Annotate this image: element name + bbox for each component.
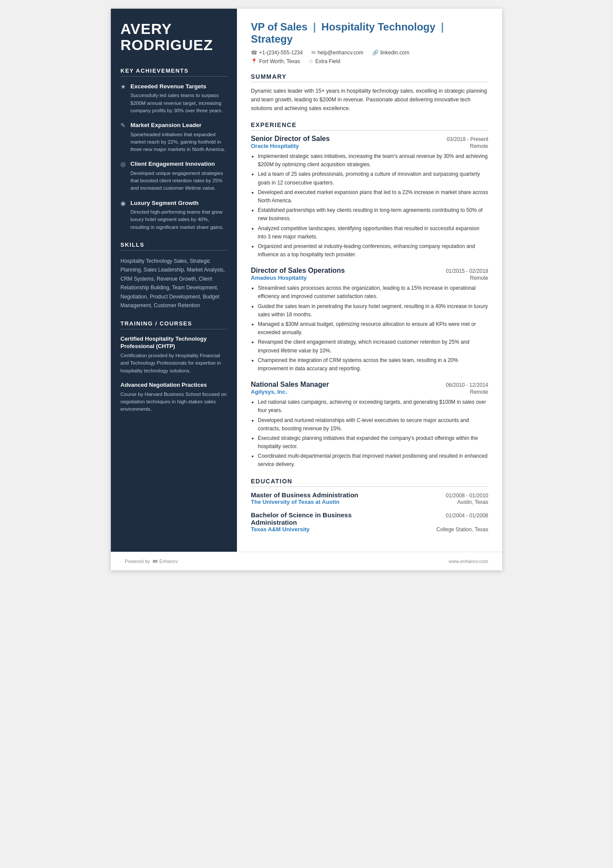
exp-1-dates: 03/2018 - Present <box>447 136 488 142</box>
edu-1-school-row: The University of Texas at Austin Austin… <box>251 499 488 505</box>
phone-contact: ☎ +1-(234)-555-1234 <box>251 50 303 56</box>
title-part3: Strategy <box>251 33 293 45</box>
footer: Powered by ∞ Enhancv www.enhancv.com <box>111 552 502 570</box>
achievement-3-header: ◎ Client Engagement Innovation <box>120 160 227 168</box>
link-icon: 🔗 <box>372 50 379 56</box>
contact-row-2: 📍 Fort Worth, Texas ☆ Extra Field <box>251 58 488 64</box>
achievement-3-title: Client Engagement Innovation <box>130 160 215 168</box>
exp-2-header: Director of Sales Operations 01/2015 - 0… <box>251 267 488 275</box>
location-text: Fort Worth, Texas <box>259 58 300 64</box>
exp-1-company-row: Oracle Hospitality Remote <box>251 143 488 149</box>
exp-3-location: Remote <box>470 389 488 395</box>
target-icon: ◉ <box>120 200 127 207</box>
title-part2: Hospitality Technology <box>321 21 435 33</box>
exp-2-dates: 01/2015 - 02/2018 <box>446 268 488 274</box>
achievement-1-header: ★ Exceeded Revenue Targets <box>120 83 227 90</box>
training-1-title: Certified Hospitality Technology Profess… <box>120 335 227 350</box>
achievement-1-title: Exceeded Revenue Targets <box>130 83 207 90</box>
edu-1-header: Master of Business Administration 01/200… <box>251 491 488 499</box>
achievement-2-desc: Spearheaded initiatives that expanded ma… <box>120 131 227 154</box>
extra-text: Extra Field <box>315 58 340 64</box>
edu-1-location: Austin, Texas <box>457 499 488 505</box>
education-2: Bachelor of Science in Business Administ… <box>251 511 488 533</box>
phone-icon: ☎ <box>251 50 257 56</box>
sidebar: AVERY RODRIGUEZ KEY ACHIEVEMENTS ★ Excee… <box>111 9 237 552</box>
experience-title: EXPERIENCE <box>251 121 488 131</box>
email-icon: ✉ <box>311 50 316 56</box>
enhancv-icon: ∞ <box>153 557 157 565</box>
bullet: Guided the sales team in penetrating the… <box>258 302 488 319</box>
enhancv-logo: ∞ Enhancv <box>153 557 178 565</box>
separator-2: | <box>441 21 444 33</box>
email-text: help@enhancv.com <box>317 50 363 56</box>
exp-3-company: Agilysys, Inc. <box>251 389 287 395</box>
achievement-2-title: Market Expansion Leader <box>130 121 202 129</box>
pencil-icon: ✎ <box>120 122 127 129</box>
phone-text: +1-(234)-555-1234 <box>259 50 303 56</box>
candidate-name: AVERY RODRIGUEZ <box>120 21 227 54</box>
training-2: Advanced Negotiation Practices Course by… <box>120 382 227 413</box>
training-section-title: TRAINING / COURSES <box>120 320 227 329</box>
skills-text: Hospitality Technology Sales, Strategic … <box>120 257 227 310</box>
exp-3-bullets: Led national sales campaigns, achieving … <box>251 398 488 469</box>
exp-2-company-row: Amadeus Hospitality Remote <box>251 275 488 281</box>
bullet: Streamlined sales processes across the o… <box>258 284 488 301</box>
exp-2-title: Director of Sales Operations <box>251 267 345 275</box>
bullet: Developed and nurtured relationships wit… <box>258 416 488 433</box>
separator-1: | <box>313 21 319 33</box>
exp-1-header: Senior Director of Sales 03/2018 - Prese… <box>251 135 488 143</box>
edu-2-dates: 01/2004 - 01/2008 <box>446 513 488 519</box>
main-header: VP of Sales | Hospitality Technology | S… <box>251 21 488 64</box>
edu-2-school: Texas A&M University <box>251 526 310 533</box>
edu-2-degree: Bachelor of Science in Business Administ… <box>251 511 393 526</box>
achievement-4-header: ◉ Luxury Segment Growth <box>120 199 227 207</box>
exp-3-title: National Sales Manager <box>251 381 329 389</box>
achievement-3: ◎ Client Engagement Innovation Developed… <box>120 160 227 192</box>
achievement-1-desc: Successfully led sales teams to surpass … <box>120 92 227 114</box>
exp-2-bullets: Streamlined sales processes across the o… <box>251 284 488 373</box>
bullet: Led a team of 25 sales professionals, pr… <box>258 170 488 187</box>
resume-wrapper: AVERY RODRIGUEZ KEY ACHIEVEMENTS ★ Excee… <box>111 9 502 570</box>
skills-section-title: SKILLS <box>120 241 227 251</box>
achievement-4-desc: Directed high-performing teams that grew… <box>120 208 227 231</box>
edu-1-school: The University of Texas at Austin <box>251 499 340 505</box>
website-url: www.enhancv.com <box>449 559 488 564</box>
bullet: Developed and executed market expansion … <box>258 188 488 205</box>
name-line2: RODRIGUEZ <box>120 37 213 53</box>
achievements-section-title: KEY ACHIEVEMENTS <box>120 67 227 77</box>
training-1-desc: Certification provided by Hospitality Fi… <box>120 352 227 375</box>
experience-3: National Sales Manager 06/2010 - 12/2014… <box>251 381 488 469</box>
linkedin-text: linkedin.com <box>380 50 410 56</box>
training-2-title: Advanced Negotiation Practices <box>120 382 227 389</box>
edu-2-school-row: Texas A&M University College Station, Te… <box>251 526 488 533</box>
bullet: Revamped the client engagement strategy,… <box>258 338 488 355</box>
linkedin-contact: 🔗 linkedin.com <box>372 50 410 56</box>
bullet: Led national sales campaigns, achieving … <box>258 398 488 415</box>
exp-1-location: Remote <box>470 143 488 149</box>
job-title: VP of Sales | Hospitality Technology | S… <box>251 21 488 45</box>
summary-title: SUMMARY <box>251 73 488 82</box>
brand-name: Enhancv <box>160 559 178 564</box>
bullet: Implemented strategic sales initiatives,… <box>258 152 488 169</box>
star-icon: ★ <box>120 83 127 90</box>
summary-text: Dynamic sales leader with 15+ years in h… <box>251 87 488 113</box>
bullet: Managed a $30M annual budget, optimizing… <box>258 320 488 337</box>
exp-1-title: Senior Director of Sales <box>251 135 330 143</box>
edu-1-dates: 01/2008 - 01/2010 <box>446 493 488 499</box>
experience-2: Director of Sales Operations 01/2015 - 0… <box>251 267 488 373</box>
bullet: Established partnerships with key client… <box>258 206 488 223</box>
title-part1: VP of Sales <box>251 21 307 33</box>
name-line1: AVERY <box>120 20 172 37</box>
bullet: Coordinated multi-departmental projects … <box>258 452 488 469</box>
education-1: Master of Business Administration 01/200… <box>251 491 488 505</box>
circle-icon: ◎ <box>120 161 127 168</box>
bullet: Championed the integration of CRM system… <box>258 356 488 373</box>
edu-2-header: Bachelor of Science in Business Administ… <box>251 511 488 526</box>
footer-right: www.enhancv.com <box>449 559 488 564</box>
bullet: Executed strategic planning initiatives … <box>258 434 488 451</box>
star-contact-icon: ☆ <box>309 58 313 64</box>
exp-1-bullets: Implemented strategic sales initiatives,… <box>251 152 488 259</box>
contact-row-1: ☎ +1-(234)-555-1234 ✉ help@enhancv.com 🔗… <box>251 50 488 56</box>
exp-3-company-row: Agilysys, Inc. Remote <box>251 389 488 395</box>
training-2-desc: Course by Harvard Business School focuse… <box>120 391 227 413</box>
